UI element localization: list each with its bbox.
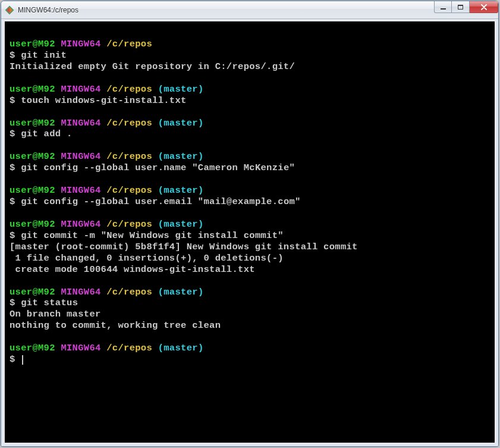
- output-line: On branch master: [10, 309, 490, 320]
- prompt-symbol: $: [10, 95, 15, 106]
- command-line: $ touch windows-git-install.txt: [10, 95, 490, 106]
- blank-line: [10, 275, 490, 287]
- maximize-icon: [458, 5, 463, 10]
- prompt-line: user@M92 MINGW64 /c/repos (master): [10, 118, 490, 129]
- prompt-user-host: user@M92: [10, 287, 55, 297]
- prompt-user-host: user@M92: [10, 343, 55, 353]
- prompt-symbol: $: [10, 297, 15, 308]
- prompt-env: MINGW64: [61, 287, 100, 297]
- prompt-env: MINGW64: [61, 185, 100, 196]
- blank-line: [10, 106, 490, 118]
- prompt-branch: (master): [158, 219, 204, 230]
- command-line: $ git config --global user.name "Cameron…: [10, 162, 490, 174]
- prompt-env: MINGW64: [61, 151, 100, 162]
- prompt-line: user@M92 MINGW64 /c/repos (master): [10, 343, 490, 354]
- prompt-branch: (master): [158, 287, 204, 297]
- prompt-user-host: user@M92: [10, 185, 55, 196]
- cursor: [22, 355, 23, 365]
- prompt-path: /c/repos: [106, 185, 152, 196]
- prompt-branch: (master): [158, 118, 204, 129]
- prompt-line: user@M92 MINGW64 /c/repos (master): [10, 219, 490, 230]
- prompt-path: /c/repos: [106, 287, 152, 297]
- blank-line: [10, 331, 490, 343]
- prompt-env: MINGW64: [61, 343, 100, 353]
- blank-line: [10, 27, 490, 39]
- prompt-path: /c/repos: [106, 151, 152, 162]
- prompt-line: user@M92 MINGW64 /c/repos (master): [10, 287, 490, 298]
- terminal-content[interactable]: user@M92 MINGW64 /c/repos$ git initIniti…: [1, 19, 498, 446]
- prompt-line: user@M92 MINGW64 /c/repos (master): [10, 84, 490, 95]
- prompt-user-host: user@M92: [10, 84, 55, 95]
- command-text: git config --global user.name "Cameron M…: [21, 162, 295, 173]
- prompt-symbol: $: [10, 196, 15, 207]
- command-line: $: [10, 354, 490, 365]
- prompt-symbol: $: [10, 162, 15, 173]
- prompt-line: user@M92 MINGW64 /c/repos (master): [10, 151, 490, 162]
- app-icon: [5, 5, 14, 15]
- minimize-button[interactable]: [434, 1, 452, 13]
- command-line: $ git init: [10, 50, 490, 61]
- prompt-user-host: user@M92: [10, 219, 55, 230]
- prompt-symbol: $: [10, 354, 15, 365]
- prompt-env: MINGW64: [61, 84, 100, 95]
- command-text: git status: [21, 297, 78, 308]
- prompt-path: /c/repos: [106, 39, 152, 49]
- command-line: $ git add .: [10, 129, 490, 140]
- prompt-env: MINGW64: [61, 118, 100, 129]
- blank-line: [10, 73, 490, 84]
- blank-line: [10, 174, 490, 185]
- output-line: [master (root-commit) 5b8f1f4] New Windo…: [10, 242, 490, 253]
- command-text: git add .: [21, 129, 72, 139]
- prompt-path: /c/repos: [106, 343, 152, 353]
- output-line: 1 file changed, 0 insertions(+), 0 delet…: [10, 253, 490, 264]
- output-line: Initialized empty Git repository in C:/r…: [10, 61, 490, 73]
- prompt-path: /c/repos: [106, 219, 152, 230]
- maximize-button[interactable]: [452, 1, 470, 13]
- command-text: touch windows-git-install.txt: [21, 95, 186, 106]
- minimize-icon: [441, 8, 446, 10]
- close-button[interactable]: [470, 1, 498, 13]
- blank-line: [10, 140, 490, 151]
- command-text: git config --global user.email "mail@exa…: [21, 196, 300, 207]
- titlebar[interactable]: MINGW64:/c/repos: [1, 1, 498, 19]
- prompt-path: /c/repos: [106, 118, 152, 129]
- command-text: git init: [21, 50, 67, 61]
- prompt-line: user@M92 MINGW64 /c/repos: [10, 39, 490, 50]
- command-text: git commit -m "New Windows git install c…: [21, 230, 284, 241]
- prompt-user-host: user@M92: [10, 39, 55, 49]
- window-controls: [434, 1, 498, 13]
- prompt-symbol: $: [10, 129, 15, 139]
- blank-line: [10, 208, 490, 219]
- prompt-line: user@M92 MINGW64 /c/repos (master): [10, 185, 490, 196]
- terminal-window: MINGW64:/c/repos user@M92 MINGW64 /c/rep…: [1, 1, 499, 447]
- prompt-branch: (master): [158, 151, 204, 162]
- prompt-branch: (master): [158, 84, 204, 95]
- prompt-symbol: $: [10, 50, 15, 61]
- prompt-user-host: user@M92: [10, 151, 55, 162]
- output-line: create mode 100644 windows-git-install.t…: [10, 264, 490, 275]
- prompt-env: MINGW64: [61, 219, 100, 230]
- close-icon: [480, 4, 488, 10]
- prompt-symbol: $: [10, 230, 15, 241]
- prompt-branch: (master): [158, 343, 204, 353]
- output-line: nothing to commit, working tree clean: [10, 320, 490, 331]
- command-line: $ git config --global user.email "mail@e…: [10, 196, 490, 208]
- prompt-env: MINGW64: [61, 39, 100, 49]
- prompt-path: /c/repos: [106, 84, 152, 95]
- command-line: $ git commit -m "New Windows git install…: [10, 230, 490, 242]
- command-line: $ git status: [10, 297, 490, 309]
- window-title: MINGW64:/c/repos: [18, 6, 78, 14]
- prompt-branch: (master): [158, 185, 204, 196]
- prompt-user-host: user@M92: [10, 118, 55, 129]
